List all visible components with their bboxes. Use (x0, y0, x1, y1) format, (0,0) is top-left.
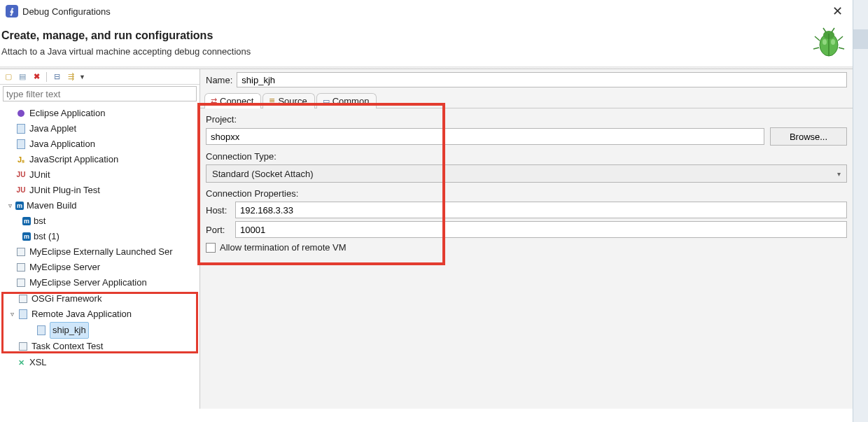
expand-caret-icon[interactable]: ▿ (8, 307, 16, 322)
conn-type-label: Connection Type: (206, 151, 847, 162)
host-input[interactable] (235, 202, 847, 218)
conn-type-value: Standard (Socket Attach) (212, 169, 314, 179)
tree-item-java-application[interactable]: Java Application (1, 136, 198, 152)
titlebar: ∮ Debug Configurations ✕ (0, 0, 853, 22)
tree-item-myeclipse-server-app[interactable]: MyEclipse Server Application (1, 275, 198, 290)
chevron-down-icon: ▾ (837, 170, 841, 178)
tab-label: Common (332, 96, 370, 106)
new-config-icon[interactable]: ▢ (3, 71, 14, 83)
connect-form: Project: Browse... Connection Type: Stan… (200, 108, 853, 409)
tree-label: MyEclipse Server (29, 260, 100, 275)
svg-line-5 (815, 36, 820, 41)
delete-config-icon[interactable]: ✖ (31, 71, 42, 83)
tree-item-osgi[interactable]: OSGi Framework (4, 291, 196, 307)
tree-label: XSL (29, 355, 47, 370)
tree-item-java-applet[interactable]: Java Applet (1, 121, 198, 136)
tree-label: Java Application (29, 136, 95, 152)
tree-label: Task Context Test (31, 339, 103, 354)
tab-label: Source (278, 96, 307, 106)
tab-common[interactable]: ▭ Common (316, 93, 377, 108)
tree-item-junit-plugin[interactable]: JU JUnit Plug-in Test (1, 183, 198, 198)
bug-icon (812, 25, 846, 59)
toolbar-menu-caret-icon[interactable]: ▼ (79, 73, 85, 80)
source-icon: ≣ (269, 97, 275, 106)
project-label: Project: (206, 114, 847, 125)
tab-source[interactable]: ≣ Source (262, 93, 314, 108)
tree-item-ship-kjh[interactable]: ship_kjh (4, 322, 196, 339)
dialog-subtitle: Attach to a Java virtual machine accepti… (1, 46, 847, 57)
svg-point-3 (822, 39, 827, 45)
filter-input[interactable] (3, 86, 197, 101)
tree-item-myeclipse-server[interactable]: MyEclipse Server (1, 260, 198, 275)
conn-props-label: Connection Properties: (206, 188, 847, 199)
dialog-header: Create, manage, and run configurations A… (0, 22, 853, 66)
config-tree: Eclipse Application Java Applet Java App… (0, 103, 200, 409)
name-input[interactable] (237, 72, 847, 87)
tree-label: Eclipse Application (29, 106, 105, 121)
tree-item-eclipse-application[interactable]: Eclipse Application (1, 106, 198, 121)
tree-item-task-context[interactable]: Task Context Test (4, 339, 196, 354)
svg-line-7 (813, 48, 819, 49)
expand-caret-icon[interactable]: ▿ (6, 198, 14, 213)
svg-line-10 (832, 28, 834, 32)
common-icon: ▭ (323, 97, 330, 106)
tree-item-myeclipse-ext[interactable]: MyEclipse Externally Launched Ser (1, 244, 198, 260)
tab-bar: ⇄ Connect ≣ Source ▭ Common (200, 90, 853, 108)
tree-label: Remote Java Application (31, 307, 132, 322)
svg-line-9 (823, 28, 826, 32)
tree-item-bst[interactable]: m bst (1, 213, 198, 229)
tree-label: MyEclipse Externally Launched Ser (29, 244, 173, 260)
allow-termination-label: Allow termination of remote VM (220, 242, 346, 253)
tree-label: Maven Build (27, 198, 77, 213)
svg-point-4 (831, 39, 835, 45)
name-row: Name: (200, 69, 853, 90)
connect-icon: ⇄ (211, 97, 217, 106)
debug-config-dialog: ∮ Debug Configurations ✕ Create, manage,… (0, 0, 853, 422)
port-label: Port: (206, 225, 231, 235)
duplicate-config-icon[interactable]: ▤ (17, 71, 28, 83)
tree-label: MyEclipse Server Application (29, 275, 147, 290)
conn-type-select[interactable]: Standard (Socket Attach) ▾ (206, 164, 847, 183)
tree-label: JavaScript Application (29, 152, 118, 167)
tree-item-junit[interactable]: JU JUnit (1, 167, 198, 183)
host-label: Host: (206, 205, 231, 216)
tab-connect[interactable]: ⇄ Connect (204, 93, 261, 108)
tree-label: bst (1) (34, 229, 59, 244)
port-input[interactable] (235, 221, 847, 238)
tree-label: JUnit (29, 167, 50, 183)
tree-item-remote-java[interactable]: ▿ Remote Java Application (4, 307, 196, 322)
toolbar-separator (46, 72, 47, 82)
tree-label: JUnit Plug-in Test (29, 183, 100, 198)
dialog-title: Create, manage, and run configurations (1, 29, 847, 42)
tree-label: OSGi Framework (31, 291, 102, 307)
allow-termination-checkbox[interactable] (206, 243, 216, 253)
app-icon: ∮ (6, 5, 18, 17)
svg-line-8 (839, 48, 844, 49)
close-icon[interactable]: ✕ (828, 5, 847, 17)
tree-item-javascript-application[interactable]: Jₛ JavaScript Application (1, 152, 198, 167)
tree-label: ship_kjh (50, 322, 89, 339)
tree-item-bst-1[interactable]: m bst (1) (1, 229, 198, 244)
window-title: Debug Configurations (22, 6, 111, 17)
tree-item-maven-build[interactable]: ▿m Maven Build (1, 198, 198, 213)
name-label: Name: (206, 75, 232, 85)
browse-button[interactable]: Browse... (770, 127, 847, 146)
filter-icon[interactable]: ⇶ (65, 71, 76, 83)
collapse-all-icon[interactable]: ⊟ (51, 71, 62, 83)
config-sidebar: ▢ ▤ ✖ ⊟ ⇶ ▼ Eclipse Application (0, 69, 200, 409)
project-input[interactable] (206, 128, 764, 145)
svg-line-6 (838, 36, 843, 41)
background-strip (853, 0, 868, 422)
main-panel: Name: ⇄ Connect ≣ Source ▭ Common (200, 69, 853, 409)
sidebar-toolbar: ▢ ▤ ✖ ⊟ ⇶ ▼ (0, 69, 200, 85)
tree-label: bst (34, 213, 46, 229)
tree-item-xsl[interactable]: ✕ XSL (1, 355, 198, 370)
highlight-box-remote-java: OSGi Framework ▿ Remote Java Application… (1, 292, 198, 353)
tab-label: Connect (220, 96, 253, 106)
tree-label: Java Applet (29, 121, 76, 136)
